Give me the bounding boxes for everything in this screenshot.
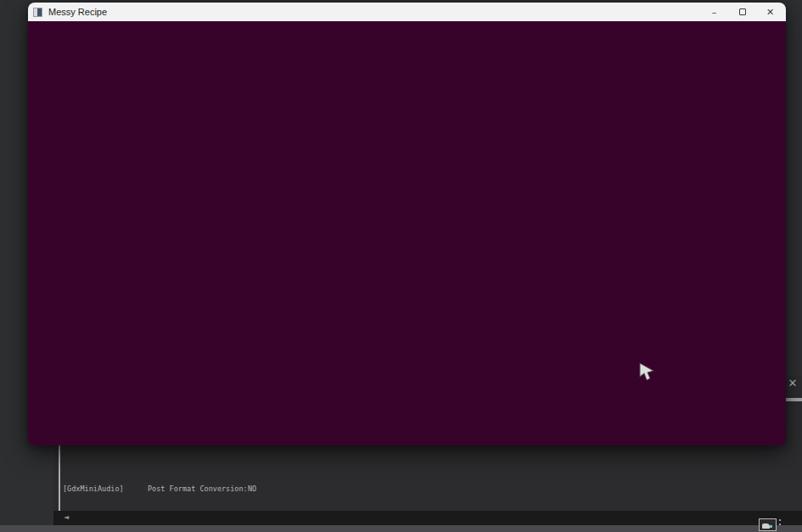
log-label: Post Format Conversion: <box>148 484 248 495</box>
log-tag: [GdxMiniAudio] <box>63 484 148 495</box>
mouse-cursor-icon <box>639 362 656 388</box>
app-window: Messy Recipe – ✕ <box>28 3 786 445</box>
tray-icon-glyph <box>762 524 770 529</box>
maximize-button[interactable] <box>728 3 756 21</box>
log-value: NO <box>248 484 256 493</box>
horizontal-scrollbar[interactable]: ◄ <box>53 511 802 525</box>
close-button[interactable]: ✕ <box>756 3 784 21</box>
app-icon <box>33 8 42 17</box>
console-left-border <box>59 444 60 511</box>
log-line: [GdxMiniAudio]Post Format Conversion:NO <box>63 484 422 495</box>
titlebar[interactable]: Messy Recipe – ✕ <box>28 3 786 21</box>
maximize-icon <box>739 8 746 15</box>
close-icon[interactable]: ✕ <box>786 377 799 390</box>
client-area[interactable] <box>28 21 786 445</box>
minimize-button[interactable]: – <box>700 3 728 21</box>
desktop: { "window": { "title": "Messy Recipe", "… <box>0 0 802 532</box>
window-title: Messy Recipe <box>48 7 107 17</box>
scroll-left-arrow-icon[interactable]: ◄ <box>64 513 69 522</box>
taskbar[interactable] <box>0 525 802 532</box>
tray-icon[interactable] <box>759 518 777 531</box>
window-controls: – ✕ <box>700 3 784 21</box>
tray-more-dots-icon[interactable] <box>779 519 782 529</box>
